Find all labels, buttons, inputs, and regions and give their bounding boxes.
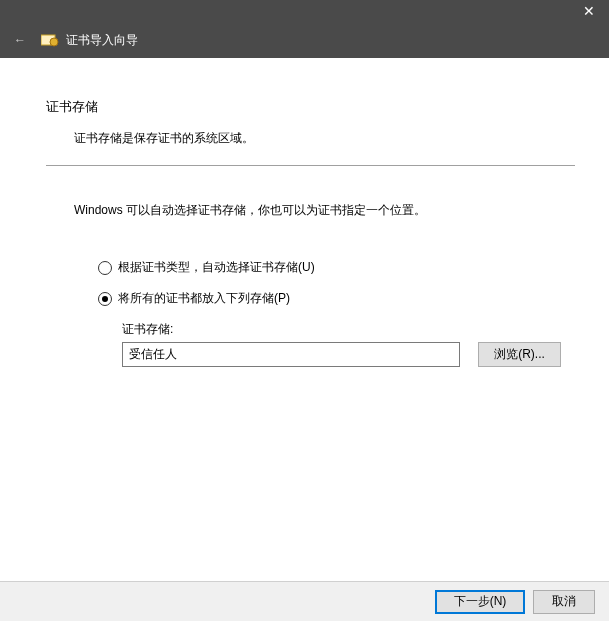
- store-radio-group: 根据证书类型，自动选择证书存储(U) 将所有的证书都放入下列存储(P): [98, 259, 575, 307]
- section-subheading: 证书存储是保存证书的系统区域。: [74, 130, 575, 147]
- next-button[interactable]: 下一步(N): [435, 590, 525, 614]
- radio-manual-label: 将所有的证书都放入下列存储(P): [118, 290, 290, 307]
- radio-manual-select[interactable]: 将所有的证书都放入下列存储(P): [98, 290, 575, 307]
- store-row: 浏览(R)...: [122, 342, 575, 367]
- radio-auto-label: 根据证书类型，自动选择证书存储(U): [118, 259, 315, 276]
- cancel-button[interactable]: 取消: [533, 590, 595, 614]
- close-button[interactable]: ✕: [569, 0, 609, 22]
- radio-auto-select[interactable]: 根据证书类型，自动选择证书存储(U): [98, 259, 575, 276]
- wizard-title: 证书导入向导: [66, 32, 138, 49]
- back-arrow-icon: ←: [14, 33, 26, 47]
- store-label: 证书存储:: [122, 321, 575, 338]
- close-icon: ✕: [583, 3, 595, 19]
- radio-icon: [98, 261, 112, 275]
- divider: [46, 165, 575, 166]
- back-button[interactable]: ←: [8, 28, 32, 52]
- radio-icon: [98, 292, 112, 306]
- wizard-content: 证书存储 证书存储是保存证书的系统区域。 Windows 可以自动选择证书存储，…: [0, 58, 609, 581]
- section-heading: 证书存储: [46, 98, 575, 116]
- certificate-wizard-icon: [40, 32, 60, 48]
- store-input[interactable]: [122, 342, 460, 367]
- wizard-footer: 下一步(N) 取消: [0, 581, 609, 621]
- svg-point-1: [50, 38, 58, 46]
- browse-button[interactable]: 浏览(R)...: [478, 342, 561, 367]
- store-block: 证书存储: 浏览(R)...: [122, 321, 575, 367]
- description-text: Windows 可以自动选择证书存储，你也可以为证书指定一个位置。: [74, 202, 575, 219]
- wizard-header: ← 证书导入向导: [0, 22, 609, 58]
- window-titlebar: ✕: [0, 0, 609, 22]
